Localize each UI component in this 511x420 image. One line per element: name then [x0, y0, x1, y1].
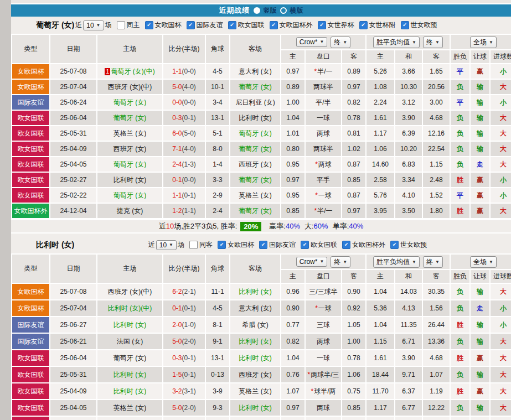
away-team-name: 葡萄牙 (女) [239, 176, 271, 184]
competition-checkbox[interactable] [301, 241, 309, 249]
recent-count-value: 10 [86, 22, 94, 29]
handicap-cell: *两球 [305, 157, 342, 172]
competition-checkbox[interactable] [342, 241, 350, 249]
same-venue-checkbox[interactable] [189, 241, 198, 249]
competition-checkbox[interactable] [318, 21, 326, 29]
match-date: 25-02-27 [50, 172, 97, 188]
home-team-cell: 西班牙 (女) [97, 141, 163, 157]
match-date: 25-06-27 [50, 317, 97, 333]
goals-result: 大 [490, 157, 511, 172]
handicap-rate-stat: 赢率:40% [269, 221, 300, 231]
competition-checkbox[interactable] [228, 21, 236, 29]
col-home: 主场 [97, 254, 163, 283]
goals-result: 小 [490, 188, 511, 203]
match-result: 负 [450, 400, 470, 416]
vertical-view-radio[interactable] [254, 7, 260, 14]
corner-score: 13-1 [205, 350, 230, 366]
goals-result: 大 [490, 383, 511, 400]
avg-type-select[interactable]: 胜平负均值 [373, 37, 420, 48]
home-team-name: 英格兰 (女) [113, 404, 146, 412]
home-team-cell: 英格兰 (女) [97, 400, 163, 416]
avg-stage-select[interactable]: 终 [423, 256, 443, 268]
handicap-value: 一球 [317, 354, 330, 362]
competition-type-badge: 欧女国联 [12, 366, 50, 383]
match-row: 女欧国杯25-07-04西班牙 (女)(中)5-0(4-0)10-1葡萄牙 (女… [12, 79, 511, 95]
match-result: 胜 [450, 383, 470, 400]
home-team-name: 比利时 (女) [113, 321, 146, 329]
home-odds: 0.82 [281, 333, 305, 350]
avg-home-odds: 5.36 [366, 300, 395, 317]
same-venue-checkbox[interactable] [117, 21, 125, 29]
bookmaker-select[interactable]: Crow* [296, 37, 328, 47]
match-result: 胜 [450, 350, 470, 366]
handicap-cell: 平手 [305, 416, 342, 420]
competition-checkbox[interactable] [270, 21, 278, 29]
team-name: 葡萄牙 (女) [36, 20, 74, 30]
corner-score: 8-0 [205, 141, 230, 157]
scope-select[interactable]: 全场 [470, 37, 497, 48]
halftime-score: (5-0) [182, 129, 196, 137]
avg-draw-odds: 6.39 [395, 126, 422, 141]
handicap-value: 球半/两 [314, 387, 335, 395]
horizontal-view-radio[interactable] [280, 7, 287, 14]
home-team-cell: 英格兰 (女) [97, 126, 163, 141]
col-type: 类型 [12, 34, 50, 64]
bookmaker-select-value: Crow* [300, 258, 318, 266]
goals-result: 大 [490, 203, 511, 219]
away-odds: 1.02 [342, 141, 366, 157]
horizontal-view-label[interactable]: 横版 [290, 6, 303, 15]
avg-type-select[interactable]: 胜平负均值 [373, 256, 420, 268]
recent-count-select[interactable]: 10 [156, 240, 177, 250]
bookmaker-select[interactable]: Crow* [296, 257, 328, 267]
competition-checkbox[interactable] [401, 21, 409, 29]
fulltime-score: 0-3 [172, 354, 182, 362]
vertical-view-label[interactable]: 竖版 [264, 6, 277, 15]
handicap-cell: *半/一 [305, 64, 342, 79]
competition-checkbox[interactable] [390, 241, 399, 249]
corner-score: 8-1 [205, 317, 230, 333]
competition-type-badge: 欧女国联 [12, 110, 50, 126]
odds-stage-select[interactable]: 终 [331, 256, 350, 268]
col-odds-away: 客 [342, 50, 366, 64]
summary-count: 10 [166, 222, 174, 230]
home-team-cell: 葡萄牙 (女) [97, 188, 163, 203]
score-cell: 1-5(0-1) [163, 366, 205, 383]
handicap-result: 赢 [470, 383, 490, 400]
competition-label: 女欧国杯 [228, 240, 254, 250]
competition-checkbox[interactable] [145, 21, 153, 29]
corner-score: 4-5 [205, 64, 230, 79]
away-team-name: 葡萄牙 (女) [239, 145, 271, 153]
home-team-name: 西班牙 (女)(中) [108, 83, 152, 91]
col-handicap-result: 让球 [470, 269, 490, 283]
competition-label: 女世界杯 [328, 20, 354, 30]
fulltime-score: 5-0 [172, 404, 182, 412]
competition-checkbox[interactable] [259, 241, 267, 249]
match-date: 25-04-09 [50, 383, 97, 400]
handicap-result: 赢 [470, 172, 490, 188]
match-date: 25-07-08 [50, 283, 97, 300]
recent-count-select[interactable]: 10 [83, 20, 104, 30]
avg-stage-select[interactable]: 终 [423, 37, 443, 48]
odds-stage-select[interactable]: 终 [331, 37, 350, 48]
match-result: 负 [450, 416, 470, 420]
corner-score: 5-1 [205, 126, 230, 141]
fulltime-score: 0-0 [172, 98, 182, 106]
handicap-cell: 三/三球半 [305, 283, 342, 300]
handicap-value: 两球半 [313, 83, 333, 91]
competition-checkbox[interactable] [359, 21, 368, 29]
competition-type-badge: 女欧国杯外 [12, 203, 50, 219]
competition-checkbox[interactable] [187, 21, 195, 29]
scope-select[interactable]: 全场 [470, 256, 497, 268]
away-team-cell: 尼日利亚 (女) [230, 95, 281, 110]
goals-result: 小 [490, 317, 511, 333]
competition-type-badge: 欧女国联 [12, 350, 50, 366]
handicap-value: 半/一 [317, 68, 332, 75]
halftime-score: (0-1) [182, 114, 196, 122]
home-team-name: 葡萄牙 (女) [113, 354, 146, 362]
avg-group-header: 胜平负均值终 [366, 254, 450, 269]
competition-checkbox[interactable] [218, 241, 226, 249]
handicap-cell: *两球半/三 [305, 366, 342, 383]
match-result: 负 [450, 157, 470, 172]
score-cell: 5-0(2-0) [163, 400, 205, 416]
avg-home-odds: 3.95 [366, 203, 395, 219]
